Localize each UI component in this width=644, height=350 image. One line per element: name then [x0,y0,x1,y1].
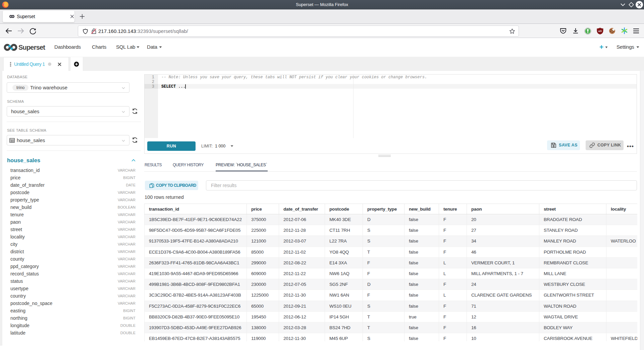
svg-text:uO: uO [598,30,602,33]
